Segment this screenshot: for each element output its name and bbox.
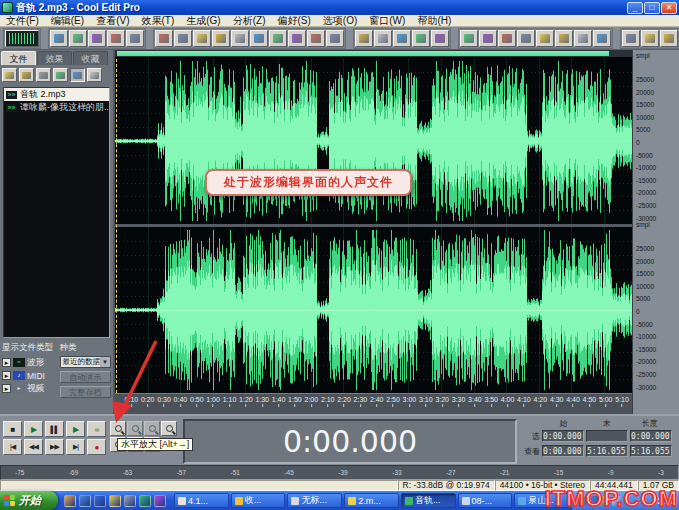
minimize-button[interactable]: _ <box>627 2 643 14</box>
waveform-right-channel[interactable] <box>115 227 632 393</box>
help-button[interactable] <box>87 68 102 82</box>
file-list-item[interactable]: »»谭咏麟-像我这样的朋... <box>4 101 109 114</box>
update-icon[interactable] <box>588 496 598 506</box>
go-to-start-button[interactable]: |◀ <box>3 439 22 455</box>
copy-button[interactable] <box>212 30 230 47</box>
folder-icon[interactable] <box>109 495 121 507</box>
cue-list-button[interactable] <box>393 30 411 47</box>
menu-item-7[interactable]: 选项(O) <box>317 14 363 28</box>
paste-button[interactable] <box>231 30 249 47</box>
taskbar-task-3[interactable]: 2.m... <box>344 493 399 508</box>
cut-button[interactable] <box>193 30 211 47</box>
taskbar-task-6[interactable]: 泉山... <box>514 493 569 508</box>
menu-item-1[interactable]: 编辑(E) <box>45 14 90 28</box>
media-player-icon[interactable] <box>64 495 76 507</box>
menu-item-9[interactable]: 帮助(H) <box>411 14 457 28</box>
taskbar-task-1[interactable]: 收... <box>231 493 286 508</box>
organizer-tab-2[interactable]: 收藏 <box>73 51 108 65</box>
zoom-out-horizontal-button[interactable] <box>127 421 143 436</box>
taskbar-task-2[interactable]: 无标... <box>287 493 342 508</box>
stop-button[interactable]: ■ <box>3 421 22 437</box>
trim-button[interactable] <box>288 30 306 47</box>
cool-edit-icon[interactable] <box>139 495 151 507</box>
zoom-full-button[interactable] <box>144 421 160 436</box>
organizer-action-1[interactable]: 完整存档 <box>60 386 112 398</box>
type-checkbox-2[interactable]: ▸ <box>2 384 11 393</box>
redo-button[interactable] <box>174 30 192 47</box>
maximize-button[interactable]: □ <box>644 2 660 14</box>
organizer-action-0[interactable]: 自动演示 <box>60 371 112 383</box>
desktop-icon[interactable] <box>124 495 136 507</box>
window-time-button[interactable] <box>517 30 535 47</box>
menu-item-3[interactable]: 效果(T) <box>135 14 180 28</box>
sort-view-button[interactable] <box>70 68 85 82</box>
sort-dropdown[interactable]: 最近的数据 ▼ <box>60 356 112 368</box>
file-revert-button[interactable] <box>107 30 125 47</box>
open-file-button[interactable] <box>69 30 87 47</box>
internet-explorer-icon[interactable] <box>94 495 106 507</box>
delete-selection-button[interactable] <box>269 30 287 47</box>
start-button[interactable]: 开始 <box>0 491 58 510</box>
window-zoom-button[interactable] <box>536 30 554 47</box>
close-button[interactable]: ✕ <box>661 2 677 14</box>
save-file-button[interactable] <box>88 30 106 47</box>
taskbar-task-4[interactable]: 音轨... <box>401 493 456 508</box>
taskbar-task-0[interactable]: 4.1... <box>174 493 229 508</box>
pause-button[interactable]: ▌▌ <box>45 421 64 437</box>
scripts-button[interactable] <box>374 30 392 47</box>
taskbar-task-5[interactable]: 08-... <box>458 493 513 508</box>
menu-item-5[interactable]: 分析(Z) <box>227 14 272 28</box>
play-list-button[interactable] <box>412 30 430 47</box>
type-checkbox-0[interactable]: ▸ <box>2 358 11 367</box>
undo-button[interactable] <box>155 30 173 47</box>
open-file-button[interactable] <box>2 68 17 82</box>
window-level-button[interactable] <box>555 30 573 47</box>
file-list-item[interactable]: »»音轨 2.mp3 <box>4 88 109 101</box>
network-icon[interactable] <box>600 496 610 506</box>
volume-icon[interactable] <box>612 496 622 506</box>
close-file-button[interactable] <box>36 68 51 82</box>
messenger-icon[interactable] <box>79 495 91 507</box>
pen-tool-icon[interactable] <box>154 495 166 507</box>
import-file-button[interactable] <box>19 68 34 82</box>
mixer-button[interactable] <box>431 30 449 47</box>
type-checkbox-1[interactable]: ▸ <box>2 371 11 380</box>
window-transport-button[interactable] <box>498 30 516 47</box>
menu-item-8[interactable]: 窗口(W) <box>363 14 411 28</box>
loop-button[interactable]: ∞ <box>87 421 106 437</box>
rewind-button[interactable]: ◀◀ <box>24 439 43 455</box>
effects-rack-button[interactable] <box>355 30 373 47</box>
batch-convert-button[interactable] <box>126 30 144 47</box>
insert-multitrack-button[interactable] <box>53 68 68 82</box>
help-button[interactable] <box>660 30 678 47</box>
organizer-tab-1[interactable]: 效果 <box>37 51 72 65</box>
qq-icon[interactable] <box>576 496 586 506</box>
go-to-end-button[interactable]: ▶| <box>66 439 85 455</box>
overview-bar[interactable] <box>115 50 632 58</box>
settings-button[interactable] <box>622 30 640 47</box>
waveform-left-channel[interactable] <box>115 58 632 224</box>
waveform-multitrack-toggle-button[interactable] <box>5 30 39 47</box>
menu-item-6[interactable]: 偏好(S) <box>271 14 316 28</box>
menu-item-4[interactable]: 生成(G) <box>180 14 226 28</box>
device-properties-button[interactable] <box>641 30 659 47</box>
window-spectral-button[interactable] <box>479 30 497 47</box>
zoom-selection-button[interactable] <box>161 421 177 436</box>
new-file-button[interactable] <box>50 30 68 47</box>
menu-item-0[interactable]: 文件(F) <box>0 14 45 28</box>
chevron-down-icon[interactable]: ▼ <box>100 357 110 367</box>
fast-forward-button[interactable]: ▶▶ <box>45 439 64 455</box>
add-marker-button[interactable] <box>326 30 344 47</box>
window-waveform-button[interactable] <box>460 30 478 47</box>
mix-paste-button[interactable] <box>250 30 268 47</box>
play-looped-button[interactable]: ▶ <box>66 421 85 437</box>
level-meter[interactable]: -75-69-63-57-51-45-39-33-27-21-15-9-3 <box>0 465 679 480</box>
window-selection-button[interactable] <box>574 30 592 47</box>
convert-sample-type-button[interactable] <box>307 30 325 47</box>
timeline-ruler[interactable]: 0:100:200:300:400:501:001:101:201:301:40… <box>115 393 632 414</box>
organizer-tab-0[interactable]: 文件 <box>1 51 36 65</box>
file-list[interactable]: »»音轨 2.mp3»»谭咏麟-像我这样的朋... <box>3 87 110 338</box>
record-button[interactable]: ● <box>87 439 106 455</box>
amplitude-ruler[interactable]: smpl2500020000150001000050000-5000-10000… <box>632 50 679 414</box>
zoom-in-horizontal-button[interactable] <box>110 421 126 436</box>
